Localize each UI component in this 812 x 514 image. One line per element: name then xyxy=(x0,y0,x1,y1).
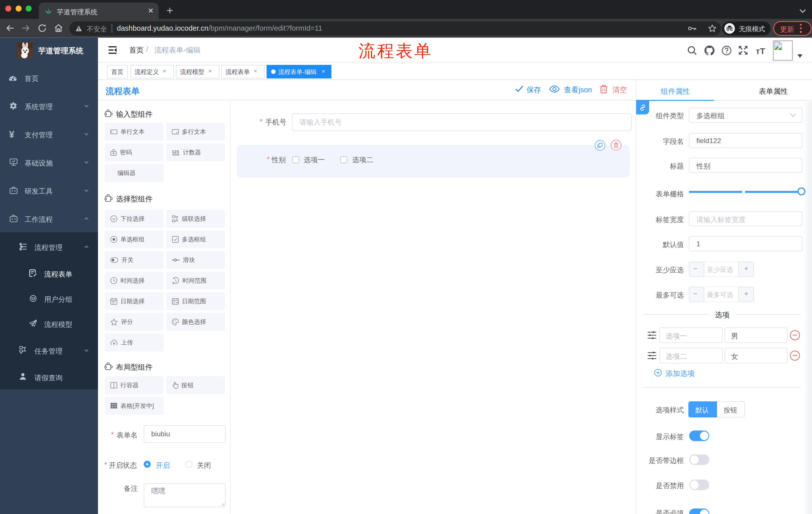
svg-text:123: 123 xyxy=(172,150,179,154)
